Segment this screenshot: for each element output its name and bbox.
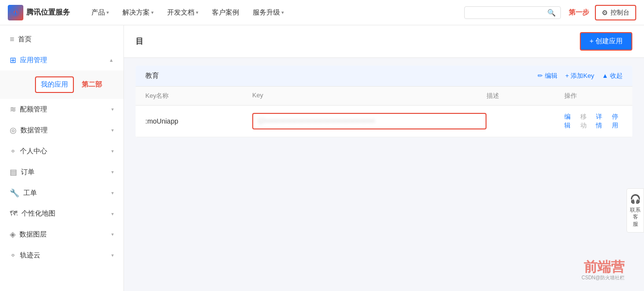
sidebar-item-order[interactable]: ▤ 订单 ▾ (0, 162, 123, 182)
app-mgmt-arrow: ▲ (109, 57, 114, 63)
track-cloud-arrow: ▾ (111, 253, 114, 258)
sidebar-item-app-mgmt-label: 应用管理 (20, 56, 47, 65)
add-key-button[interactable]: + 添加Key (565, 72, 594, 80)
order-arrow: ▾ (111, 169, 114, 175)
customer-service-text: 联系客服 (630, 206, 641, 227)
control-panel-button[interactable]: ⚙ 控制台 (595, 5, 636, 20)
track-cloud-icon: ⚬ (10, 251, 16, 260)
search-icon[interactable]: 🔍 (547, 9, 556, 17)
key-value: U•••••••••••••••••••••••••••••• (258, 117, 376, 125)
search-input[interactable] (470, 9, 547, 17)
main-content: 目 + 创建应用 教育 ✏ 编辑 + 添加Key ▲ 收起 Key名称 (124, 25, 644, 291)
sidebar-item-ticket-label: 工单 (23, 189, 37, 198)
sidebar-sub-menu: 我的应用 第二部 (0, 71, 123, 99)
sidebar-item-quota[interactable]: ≋ 配额管理 ▾ (0, 99, 123, 120)
sidebar-item-home[interactable]: ≡ 首页 (0, 29, 123, 50)
app-card: 教育 ✏ 编辑 + 添加Key ▲ 收起 Key名称 Key 描述 操作 (136, 66, 632, 137)
sidebar-item-track-cloud[interactable]: ⚬ 轨迹云 ▾ (0, 245, 123, 266)
sidebar-item-data[interactable]: ◎ 数据管理 ▾ (0, 120, 123, 141)
nav-item-docs[interactable]: 开发文档 ▾ (161, 5, 204, 20)
col-desc: 描述 (487, 91, 564, 100)
edit-key-button[interactable]: 编辑 (564, 112, 575, 130)
sidebar-item-app-mgmt[interactable]: ⊞ 应用管理 ▲ (0, 50, 123, 71)
sidebar-item-order-label: 订单 (21, 168, 35, 177)
right-float-panel[interactable]: 🎧 联系客服 (627, 188, 644, 233)
sidebar-item-track-cloud-label: 轨迹云 (20, 251, 40, 260)
nav-arrow-solution: ▾ (151, 10, 154, 15)
nav-item-service[interactable]: 服务升级 ▾ (247, 5, 290, 20)
app-mgmt-icon: ⊞ (10, 55, 16, 65)
top-navigation: 腾讯位置服务 产品 ▾ 解决方案 ▾ 开发文档 ▾ 客户案例 服务升级 ▾ 🔍 … (0, 0, 644, 25)
nav-item-service-label: 服务升级 (253, 8, 280, 17)
app-card-header: 教育 ✏ 编辑 + 添加Key ▲ 收起 (136, 66, 632, 87)
col-ops: 操作 (564, 91, 623, 100)
data-layer-arrow: ▾ (111, 232, 114, 237)
nav-item-cases-label: 客户案例 (212, 8, 239, 17)
nav-arrow-service: ▾ (281, 10, 284, 15)
profile-icon: ⚬ (10, 146, 16, 156)
sidebar: ≡ 首页 ⊞ 应用管理 ▲ 我的应用 第二部 ≋ 配额管理 ▾ ◎ 数据管理 ▾… (0, 25, 124, 291)
page-layout: ≡ 首页 ⊞ 应用管理 ▲ 我的应用 第二部 ≋ 配额管理 ▾ ◎ 数据管理 ▾… (0, 25, 644, 291)
nav-item-product-label: 产品 (91, 8, 105, 17)
quota-arrow: ▾ (111, 107, 114, 112)
sidebar-item-custom-map-label: 个性化地图 (21, 209, 55, 218)
ticket-arrow: ▾ (111, 190, 114, 196)
key-table: Key名称 Key 描述 操作 :moUniapp U•••••••••••••… (136, 87, 632, 137)
sidebar-item-custom-map[interactable]: 🗺 个性化地图 ▾ (0, 203, 123, 224)
data-arrow: ▾ (111, 127, 114, 133)
col-key: Key (252, 91, 487, 100)
table-header: Key名称 Key 描述 操作 (136, 87, 632, 106)
sidebar-item-ticket[interactable]: 🔧 工单 ▾ (0, 182, 123, 203)
home-icon: ≡ (10, 35, 14, 44)
move-key-button[interactable]: 移动 (580, 112, 592, 130)
nav-arrow-product: ▾ (106, 10, 109, 15)
nav-item-solution[interactable]: 解决方案 ▾ (117, 5, 159, 20)
logo[interactable]: 腾讯位置服务 (8, 5, 70, 20)
logo-text: 腾讯位置服务 (26, 8, 70, 17)
order-icon: ▤ (10, 167, 17, 177)
action-links: 编辑 移动 详情 停用 (564, 112, 623, 130)
step-one-label[interactable]: 第一步 (569, 8, 589, 17)
sidebar-item-data-layer-label: 数据图层 (19, 230, 47, 239)
app-card-title: 教育 (145, 72, 159, 80)
ticket-icon: 🔧 (10, 188, 19, 198)
app-card-actions: ✏ 编辑 + 添加Key ▲ 收起 (538, 72, 623, 80)
sidebar-item-profile[interactable]: ⚬ 个人中心 ▾ (0, 141, 123, 162)
control-btn-label: 控制台 (610, 8, 629, 17)
sidebar-item-home-label: 首页 (18, 35, 32, 44)
detail-key-button[interactable]: 详情 (596, 112, 607, 130)
row-name: :moUniapp (145, 117, 252, 125)
create-app-button[interactable]: + 创建应用 (580, 32, 632, 51)
nav-arrow-docs: ▾ (196, 10, 198, 15)
collapse-button[interactable]: ▲ 收起 (602, 72, 623, 80)
logo-icon (8, 5, 23, 20)
sidebar-item-data-label: 数据管理 (20, 126, 48, 135)
disable-key-button[interactable]: 停用 (612, 112, 623, 130)
control-icon: ⚙ (602, 9, 608, 17)
sidebar-item-quota-label: 配额管理 (20, 105, 47, 114)
table-area: 教育 ✏ 编辑 + 添加Key ▲ 收起 Key名称 Key 描述 操作 (124, 58, 644, 151)
main-header: 目 + 创建应用 (124, 25, 644, 58)
data-icon: ◎ (10, 126, 17, 135)
page-title: 目 (136, 36, 143, 47)
row-ops: 编辑 移动 详情 停用 (564, 112, 623, 130)
col-name: Key名称 (145, 91, 252, 100)
key-cell: U•••••••••••••••••••••••••••••• (252, 113, 487, 129)
custom-map-arrow: ▾ (111, 211, 114, 217)
customer-service-icon: 🎧 (630, 194, 641, 204)
edit-app-button[interactable]: ✏ 编辑 (538, 72, 557, 80)
sidebar-item-profile-label: 个人中心 (20, 147, 47, 156)
custom-map-icon: 🗺 (10, 209, 17, 218)
nav-item-solution-label: 解决方案 (122, 8, 150, 17)
nav-item-product[interactable]: 产品 ▾ (86, 5, 115, 20)
search-box[interactable]: 🔍 (464, 6, 561, 19)
nav-menu: 产品 ▾ 解决方案 ▾ 开发文档 ▾ 客户案例 服务升级 ▾ (86, 5, 464, 20)
nav-item-docs-label: 开发文档 (167, 8, 194, 17)
table-row: :moUniapp U•••••••••••••••••••••••••••••… (136, 106, 632, 137)
second-part-label: 第二部 (82, 80, 102, 89)
sidebar-item-my-app[interactable]: 我的应用 (35, 76, 74, 93)
sidebar-item-data-layer[interactable]: ◈ 数据图层 ▾ (0, 224, 123, 245)
data-layer-icon: ◈ (10, 230, 16, 239)
profile-arrow: ▾ (111, 148, 114, 154)
nav-item-cases[interactable]: 客户案例 (206, 5, 245, 20)
